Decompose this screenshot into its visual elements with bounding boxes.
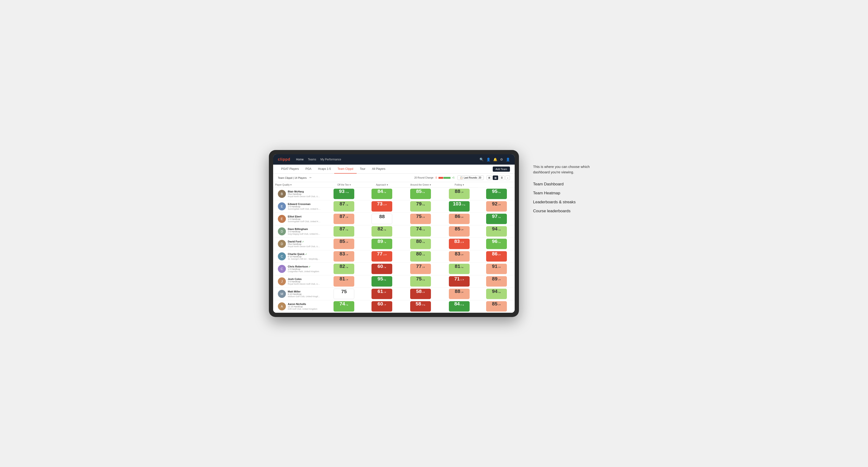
table-row: D David Ford ✓ Plus Handicap Royal North… [273, 238, 515, 250]
th-putting: Putting ▾ [440, 182, 478, 188]
settings-icon[interactable]: ⚙ [500, 158, 503, 161]
score-putting-0: 95 9▲ [478, 188, 515, 200]
table-container: Player Quality ▾ Off the Tee ▾ Approach … [273, 182, 515, 313]
player-cell-4[interactable]: D David Ford ✓ Plus Handicap Royal North… [273, 238, 325, 250]
nav-icons: 🔍 👤 🔔 ⚙ 👤 [479, 158, 510, 161]
score-player_quality-2: 87 3▼ [325, 213, 363, 225]
bar-green [443, 177, 451, 179]
sub-header-right: 20 Round Change -5 +5 📋 Last Rounds: 20 [414, 176, 510, 180]
nav-links: Home Teams My Performance [296, 158, 474, 161]
score-approach-0: 85 8▲ [401, 188, 440, 200]
score-player_quality-9: 74 8▲ [325, 300, 363, 313]
players-table: Player Quality ▾ Off the Tee ▾ Approach … [273, 182, 515, 313]
score-putting-5: 86 8▼ [478, 250, 515, 263]
option-course-leaderboards[interactable]: Course leaderboards [533, 209, 599, 214]
score-putting-3: 94 1▲ [478, 225, 515, 238]
score-off_tee-8: 61 3▼ [363, 288, 401, 300]
table-row: E Edward Crossman 1-5 Handicap Sunningda… [273, 200, 515, 213]
profile-icon[interactable]: 👤 [486, 158, 490, 161]
view-list-button[interactable]: ☰ [499, 176, 504, 180]
score-around_green-6: 81 4▲ [440, 263, 478, 275]
view-grid-button[interactable]: ⊞ [487, 176, 492, 180]
add-team-button[interactable]: Add Team [493, 166, 510, 172]
bell-icon[interactable]: 🔔 [493, 158, 497, 161]
player-cell-6[interactable]: C Chris Robertson ✓ 1-5 Handicap Craigmi… [273, 263, 325, 275]
tab-pga[interactable]: PGA [302, 165, 315, 174]
table-row: E Elliot Ebert 1-5 Handicap Sunningdale … [273, 213, 515, 225]
player-cell-1[interactable]: E Edward Crossman 1-5 Handicap Sunningda… [273, 200, 325, 213]
option-team-dashboard[interactable]: Team Dashboard [533, 182, 599, 187]
option-team-heatmap[interactable]: Team Heatmap [533, 191, 599, 195]
th-approach: Approach ▾ [363, 182, 401, 188]
score-player_quality-1: 87 1▲ [325, 200, 363, 213]
nav-link-home[interactable]: Home [296, 158, 304, 161]
avatar-icon[interactable]: 👤 [506, 158, 510, 161]
score-around_green-7: 71 11▼ [440, 275, 478, 288]
tab-all-players[interactable]: All Players [369, 165, 389, 174]
tab-hcaps[interactable]: Hcaps 1-5 [315, 165, 334, 174]
table-row: D Dave Billingham 1-5 Handicap Gog Magog… [273, 225, 515, 238]
option-leaderboards[interactable]: Leaderboards & streaks [533, 200, 599, 205]
tab-bar: PGAT Players PGA Hcaps 1-5 Team Clippd T… [273, 165, 515, 174]
view-download-button[interactable]: ↓ [505, 176, 510, 180]
score-off_tee-5: 77 14▼ [363, 250, 401, 263]
table-row: B Blair McHarg Plus Handicap Royal North… [273, 188, 515, 200]
nav-bar: clippd Home Teams My Performance 🔍 👤 🔔 ⚙… [273, 154, 515, 165]
player-cell-0[interactable]: B Blair McHarg Plus Handicap Royal North… [273, 188, 325, 200]
nav-link-teams[interactable]: Teams [308, 158, 316, 161]
last-rounds-button[interactable]: 📋 Last Rounds: 20 [457, 176, 484, 180]
tab-tour[interactable]: Tour [356, 165, 369, 174]
bar-red [438, 177, 443, 179]
score-approach-5: 80 1▲ [401, 250, 440, 263]
table-header: Player Quality ▾ Off the Tee ▾ Approach … [273, 182, 515, 188]
table-row: J Josh Coles 1-5 Handicap Royal North De… [273, 275, 515, 288]
score-off_tee-2: 88 [363, 213, 401, 225]
annotations-panel: This is where you can choose which dashb… [533, 150, 599, 214]
tab-pgat[interactable]: PGAT Players [278, 165, 302, 174]
score-putting-8: 94 3▲ [478, 288, 515, 300]
score-player_quality-5: 83 3▼ [325, 250, 363, 263]
annotation-text: This is where you can choose which dashb… [533, 164, 599, 175]
score-player_quality-6: 82 3▲ [325, 263, 363, 275]
table-row: M Matt Miller 6-10 Handicap Woburn Golf … [273, 288, 515, 300]
th-off-tee: Off the Tee ▾ [325, 182, 363, 188]
view-heatmap-button[interactable]: ▦ [493, 176, 498, 180]
player-cell-8[interactable]: M Matt Miller 6-10 Handicap Woburn Golf … [273, 288, 325, 300]
round-change: 20 Round Change -5 +5 [414, 177, 455, 179]
sub-header: Team Clippd | 14 Players ✏ 20 Round Chan… [273, 174, 515, 182]
player-cell-3[interactable]: D Dave Billingham 1-5 Handicap Gog Magog… [273, 225, 325, 238]
score-putting-1: 92 3▼ [478, 200, 515, 213]
player-cell-2[interactable]: E Elliot Ebert 1-5 Handicap Sunningdale … [273, 213, 325, 225]
tab-team-clippd[interactable]: Team Clippd [334, 165, 356, 174]
table-row: C Charlie Quick ✓ 6-10 Handicap St. Geor… [273, 250, 515, 263]
app-logo: clippd [278, 157, 290, 161]
search-icon[interactable]: 🔍 [479, 158, 484, 161]
score-around_green-4: 83 10▼ [440, 238, 478, 250]
player-cell-7[interactable]: J Josh Coles 1-5 Handicap Royal North De… [273, 275, 325, 288]
score-approach-9: 58 10▲ [401, 300, 440, 313]
tab-bar-right: Add Team [493, 166, 510, 172]
score-approach-4: 80 3▲ [401, 238, 440, 250]
score-approach-8: 58 4▼ [401, 288, 440, 300]
score-player_quality-7: 81 3▼ [325, 275, 363, 288]
score-putting-2: 97 5▲ [478, 213, 515, 225]
nav-link-my-performance[interactable]: My Performance [320, 158, 341, 161]
view-icons: ⊞ ▦ ☰ ↓ [487, 176, 510, 180]
player-cell-5[interactable]: C Charlie Quick ✓ 6-10 Handicap St. Geor… [273, 250, 325, 263]
score-around_green-1: 103 15▲ [440, 200, 478, 213]
score-approach-6: 77 3▼ [401, 263, 440, 275]
score-around_green-5: 83 6▼ [440, 250, 478, 263]
edit-icon[interactable]: ✏ [309, 176, 312, 179]
score-approach-1: 79 9▲ [401, 200, 440, 213]
score-off_tee-7: 95 8▲ [363, 275, 401, 288]
team-name-label: Team Clippd | 14 Players [278, 177, 307, 179]
score-off_tee-3: 82 4▲ [363, 225, 401, 238]
score-player_quality-0: 93 +4▲ [325, 188, 363, 200]
tablet-screen: clippd Home Teams My Performance 🔍 👤 🔔 ⚙… [273, 154, 515, 313]
tablet-frame: clippd Home Teams My Performance 🔍 👤 🔔 ⚙… [269, 150, 519, 317]
player-cell-9[interactable]: A Aaron Nicholls 11-15 Handicap Drift Go… [273, 300, 325, 313]
score-putting-4: 96 3▲ [478, 238, 515, 250]
th-around-green: Around the Green ▾ [401, 182, 440, 188]
score-around_green-2: 86 6▼ [440, 213, 478, 225]
score-approach-7: 75 2▲ [401, 275, 440, 288]
